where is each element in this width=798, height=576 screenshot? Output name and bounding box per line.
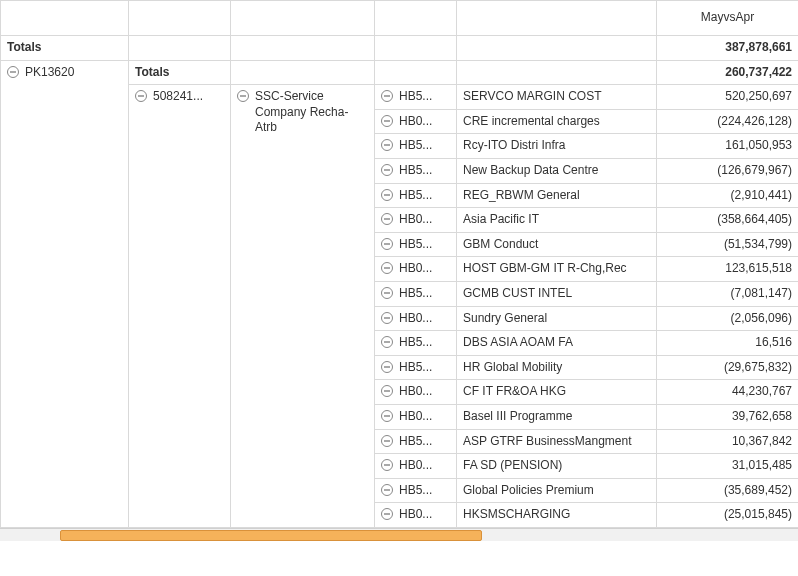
level3-cell[interactable]: SSC-Service Company Recha-Atrb	[231, 85, 375, 528]
grand-total-value: 387,878,661	[657, 36, 799, 61]
row-desc: Global Policies Premium	[457, 478, 657, 503]
row-code-cell[interactable]: HB5...	[375, 429, 457, 454]
horizontal-scrollbar[interactable]	[0, 528, 798, 541]
level1-cell[interactable]: PK13620	[1, 60, 129, 527]
row-code-cell[interactable]: HB0...	[375, 503, 457, 528]
collapse-icon[interactable]	[237, 90, 249, 102]
collapse-icon[interactable]	[381, 238, 393, 250]
row-value: (2,910,441)	[657, 183, 799, 208]
header-value-col[interactable]: MayvsApr	[657, 1, 799, 36]
collapse-icon[interactable]	[381, 484, 393, 496]
collapse-icon[interactable]	[381, 385, 393, 397]
level1-subtotal-row: PK13620 Totals 260,737,422	[1, 60, 799, 85]
row-value: (29,675,832)	[657, 355, 799, 380]
grand-total-label: Totals	[1, 36, 129, 61]
row-code: HB5...	[399, 483, 432, 499]
row-code: HB0...	[399, 114, 432, 130]
row-desc: GBM Conduct	[457, 232, 657, 257]
row-code: HB5...	[399, 188, 432, 204]
row-code: HB5...	[399, 360, 432, 376]
row-code: HB0...	[399, 311, 432, 327]
row-code: HB5...	[399, 237, 432, 253]
row-code-cell[interactable]: HB0...	[375, 208, 457, 233]
collapse-icon[interactable]	[381, 459, 393, 471]
row-desc: FA SD (PENSION)	[457, 454, 657, 479]
header-blank-3	[375, 1, 457, 36]
row-code: HB0...	[399, 384, 432, 400]
row-code-cell[interactable]: HB0...	[375, 404, 457, 429]
header-row: MayvsApr	[1, 1, 799, 36]
collapse-icon[interactable]	[381, 361, 393, 373]
blank	[457, 36, 657, 61]
row-code-cell[interactable]: HB5...	[375, 85, 457, 110]
row-value: (358,664,405)	[657, 208, 799, 233]
row-code-cell[interactable]: HB5...	[375, 331, 457, 356]
row-value: (7,081,147)	[657, 281, 799, 306]
collapse-icon[interactable]	[381, 410, 393, 422]
row-desc: New Backup Data Centre	[457, 158, 657, 183]
row-value: (224,426,128)	[657, 109, 799, 134]
row-code-cell[interactable]: HB5...	[375, 158, 457, 183]
row-desc: HKSMSCHARGING	[457, 503, 657, 528]
row-code-cell[interactable]: HB5...	[375, 183, 457, 208]
pivot-table: MayvsApr Totals 387,878,661 PK13620 Tota…	[0, 0, 798, 528]
row-value: (2,056,096)	[657, 306, 799, 331]
collapse-icon[interactable]	[381, 435, 393, 447]
row-value: 16,516	[657, 331, 799, 356]
row-desc: DBS ASIA AOAM FA	[457, 331, 657, 356]
row-code-cell[interactable]: HB5...	[375, 134, 457, 159]
row-code-cell[interactable]: HB5...	[375, 281, 457, 306]
row-code: HB0...	[399, 458, 432, 474]
row-code-cell[interactable]: HB0...	[375, 306, 457, 331]
collapse-icon[interactable]	[381, 312, 393, 324]
collapse-icon[interactable]	[381, 189, 393, 201]
level1-code: PK13620	[25, 65, 74, 81]
collapse-icon[interactable]	[381, 164, 393, 176]
row-desc: Rcy-ITO Distri Infra	[457, 134, 657, 159]
row-value: 39,762,658	[657, 404, 799, 429]
blank	[375, 36, 457, 61]
collapse-icon[interactable]	[381, 508, 393, 520]
collapse-icon[interactable]	[381, 262, 393, 274]
row-code: HB0...	[399, 409, 432, 425]
collapse-icon[interactable]	[7, 66, 19, 78]
blank	[129, 36, 231, 61]
row-code-cell[interactable]: HB5...	[375, 232, 457, 257]
row-code: HB5...	[399, 163, 432, 179]
row-value: (126,679,967)	[657, 158, 799, 183]
header-blank-4	[457, 1, 657, 36]
level2-code: 508241...	[153, 89, 203, 105]
row-desc: Basel III Programme	[457, 404, 657, 429]
row-desc: ASP GTRF BusinessMangment	[457, 429, 657, 454]
row-code: HB5...	[399, 138, 432, 154]
row-desc: CRE incremental charges	[457, 109, 657, 134]
scrollbar-thumb[interactable]	[60, 530, 482, 541]
level2-cell[interactable]: 508241...	[129, 85, 231, 528]
row-code: HB5...	[399, 89, 432, 105]
header-blank-1	[129, 1, 231, 36]
row-code-cell[interactable]: HB5...	[375, 355, 457, 380]
collapse-icon[interactable]	[381, 90, 393, 102]
collapse-icon[interactable]	[381, 336, 393, 348]
row-code-cell[interactable]: HB0...	[375, 454, 457, 479]
row-value: (25,015,845)	[657, 503, 799, 528]
collapse-icon[interactable]	[135, 90, 147, 102]
row-code-cell[interactable]: HB0...	[375, 109, 457, 134]
blank	[375, 60, 457, 85]
row-code: HB0...	[399, 261, 432, 277]
collapse-icon[interactable]	[381, 287, 393, 299]
row-value: 44,230,767	[657, 380, 799, 405]
level1-subtotal-value: 260,737,422	[657, 60, 799, 85]
header-blank-2	[231, 1, 375, 36]
row-code-cell[interactable]: HB5...	[375, 478, 457, 503]
row-code-cell[interactable]: HB0...	[375, 380, 457, 405]
blank	[231, 60, 375, 85]
collapse-icon[interactable]	[381, 139, 393, 151]
collapse-icon[interactable]	[381, 213, 393, 225]
row-code: HB5...	[399, 335, 432, 351]
row-value: (51,534,799)	[657, 232, 799, 257]
row-value: 10,367,842	[657, 429, 799, 454]
row-value: (35,689,452)	[657, 478, 799, 503]
collapse-icon[interactable]	[381, 115, 393, 127]
row-code-cell[interactable]: HB0...	[375, 257, 457, 282]
